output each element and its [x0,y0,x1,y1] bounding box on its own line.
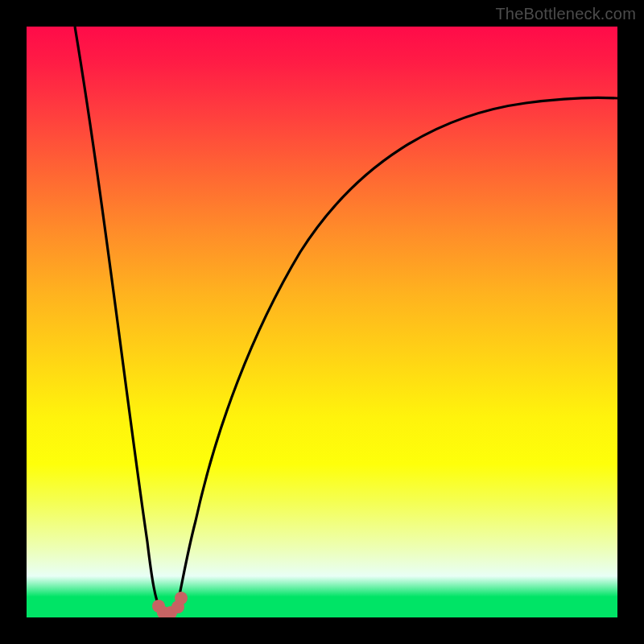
curve-valley-markers [152,592,188,617]
chart-plot-area [27,27,617,617]
svg-point-4 [175,592,188,605]
curve-left-branch [75,27,160,609]
watermark-text: TheBottleneck.com [495,5,636,23]
curve-right-branch [176,97,617,609]
chart-canvas [27,27,617,617]
